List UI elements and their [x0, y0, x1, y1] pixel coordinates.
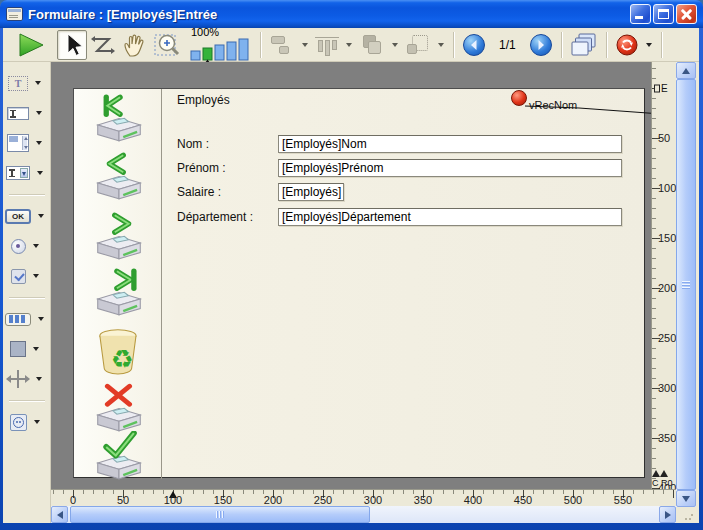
field-label-salaire[interactable]: Salaire :: [177, 185, 221, 199]
variable-object-label[interactable]: vRecNom: [529, 99, 577, 111]
field-input-departement[interactable]: [Employés]Département: [278, 208, 622, 226]
display-options-dropdown-arrow[interactable]: [646, 43, 652, 47]
form-canvas[interactable]: Employés vRecNom: [51, 62, 651, 489]
scroll-down-button[interactable]: [676, 490, 696, 507]
radio-button-dropdown-arrow[interactable]: [33, 244, 39, 248]
list-box-dropdown-arrow[interactable]: [36, 141, 42, 145]
scrollbar-track[interactable]: [370, 506, 659, 523]
first-record-button[interactable]: [91, 93, 147, 143]
tool-input-field[interactable]: [3, 102, 51, 124]
zoom-tool-button[interactable]: [151, 30, 185, 60]
v-ruler-label: 100: [658, 182, 676, 194]
vertical-scrollbar[interactable]: [676, 62, 696, 507]
h-ruler-label: 450: [514, 494, 532, 506]
entry-order-tool-button[interactable]: [87, 30, 119, 60]
previous-page-icon: [462, 33, 486, 57]
align-tool-button[interactable]: [266, 30, 298, 60]
input-field-dropdown-arrow[interactable]: [36, 111, 42, 115]
form-pages-button[interactable]: [567, 30, 601, 60]
vertical-scrollbar-thumb[interactable]: [676, 79, 696, 490]
layer-order-tool-button[interactable]: [356, 30, 388, 60]
combo-box-dropdown-arrow[interactable]: [37, 171, 43, 175]
minimize-button[interactable]: [630, 4, 651, 24]
tool-button-grid[interactable]: [3, 308, 51, 330]
select-tool-button[interactable]: [57, 30, 87, 60]
close-button[interactable]: [676, 4, 697, 24]
horizontal-scrollbar[interactable]: [51, 506, 676, 523]
tool-splitter[interactable]: [3, 368, 51, 390]
next-page-button[interactable]: [526, 30, 556, 60]
hand-tool-button[interactable]: [119, 30, 151, 60]
hand-icon: [122, 32, 148, 58]
tool-combo-box[interactable]: [3, 162, 51, 184]
field-label-prenom[interactable]: Prénom :: [177, 161, 226, 175]
dynamic-variable-badge-icon[interactable]: [511, 90, 527, 106]
button-tool-dropdown-arrow[interactable]: [38, 214, 44, 218]
title-bar[interactable]: Formulaire : [Employés]Entrée: [0, 0, 703, 28]
cascade-pages-icon: [570, 32, 598, 58]
scroll-left-button[interactable]: [51, 506, 68, 523]
zoom-bars-icon[interactable]: [189, 38, 251, 63]
run-play-icon: [16, 32, 46, 58]
group-dropdown-arrow[interactable]: [438, 43, 444, 47]
previous-record-button[interactable]: [91, 151, 147, 201]
zoom-level-control[interactable]: 100%: [189, 27, 251, 63]
toolbar-separator: [661, 32, 662, 58]
next-record-button[interactable]: [91, 211, 147, 261]
tool-list-box[interactable]: [3, 132, 51, 154]
field-input-salaire[interactable]: [Employés]: [278, 183, 344, 201]
resize-grip[interactable]: [676, 507, 696, 523]
accept-record-button[interactable]: [91, 431, 147, 481]
display-red-icon: [615, 33, 639, 57]
align-dropdown-arrow[interactable]: [302, 43, 308, 47]
plugin-area-dropdown-arrow[interactable]: [34, 420, 40, 424]
entry-order-z-icon: [90, 33, 116, 57]
v-ruler: E C R0 P 400 50100150200250300350: [651, 62, 676, 489]
cursor-arrow-icon: [61, 32, 83, 58]
field-label-nom[interactable]: Nom :: [177, 137, 209, 151]
splitter-dropdown-arrow[interactable]: [36, 377, 42, 381]
text-tool-icon: T: [8, 76, 28, 91]
tool-checkbox[interactable]: [3, 265, 51, 287]
checkbox-dropdown-arrow[interactable]: [33, 274, 39, 278]
rectangle-dropdown-arrow[interactable]: [33, 347, 39, 351]
cancel-record-button[interactable]: [91, 383, 147, 433]
group-tool-button[interactable]: [402, 30, 434, 60]
tool-plugin-area[interactable]: [3, 411, 51, 433]
last-record-button[interactable]: [91, 267, 147, 317]
scroll-right-button[interactable]: [659, 506, 676, 523]
list-box-tool-icon: [7, 134, 29, 152]
toolbar: 100%: [3, 28, 699, 62]
layer-order-dropdown-arrow[interactable]: [392, 43, 398, 47]
display-options-button[interactable]: [612, 30, 642, 60]
tool-button[interactable]: OK: [3, 205, 51, 227]
tool-text[interactable]: T: [3, 72, 51, 94]
h-ruler-label: 150: [214, 494, 232, 506]
maximize-button[interactable]: [653, 4, 674, 24]
tool-rectangle[interactable]: [3, 338, 51, 360]
field-input-nom[interactable]: [Employés]Nom: [278, 135, 622, 153]
delete-record-button[interactable]: ♻: [91, 325, 147, 375]
horizontal-scrollbar-thumb[interactable]: [70, 506, 370, 523]
h-ruler-label: 250: [314, 494, 332, 506]
run-form-button[interactable]: [13, 30, 49, 60]
h-ruler-label: 200: [264, 494, 282, 506]
palette-separator: [9, 194, 45, 196]
distribute-dropdown-arrow[interactable]: [346, 43, 352, 47]
form-heading[interactable]: Employés: [177, 93, 230, 107]
field-label-departement[interactable]: Département :: [177, 210, 253, 224]
text-tool-dropdown-arrow[interactable]: [35, 81, 41, 85]
button-grid-dropdown-arrow[interactable]: [38, 317, 44, 321]
previous-page-button[interactable]: [459, 30, 489, 60]
scroll-up-button[interactable]: [676, 62, 696, 79]
left-arrow-icon: [57, 511, 63, 519]
down-arrow-icon: [682, 496, 690, 502]
maximize-icon: [658, 9, 669, 19]
page-indicator: 1/1: [499, 38, 516, 52]
field-input-prenom[interactable]: [Employés]Prénom: [278, 159, 622, 177]
header-area-marker[interactable]: E: [654, 83, 668, 94]
tool-radio-button[interactable]: [3, 235, 51, 257]
splitter-tool-icon: [7, 370, 29, 388]
distribute-tool-button[interactable]: [312, 30, 342, 60]
form-page[interactable]: Employés vRecNom: [73, 88, 645, 478]
